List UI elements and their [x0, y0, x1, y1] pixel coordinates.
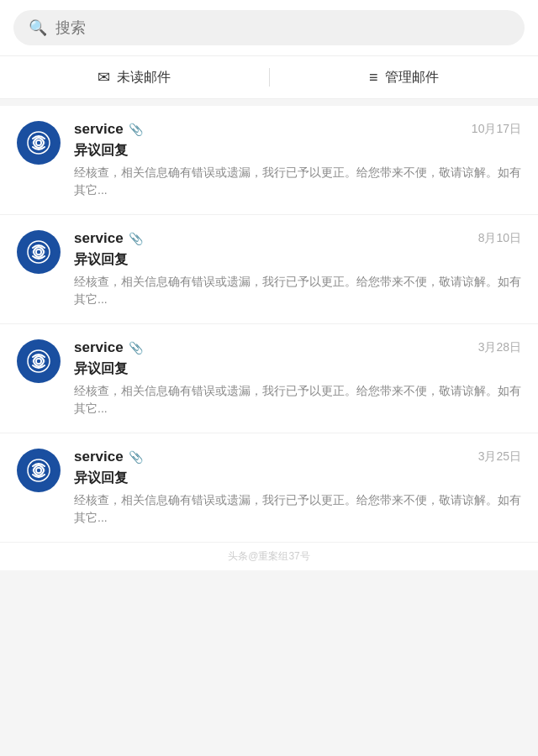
email-content: service 📎 3月25日 异议回复 经核查，相关信息确有错误或遗漏，我行已… [74, 449, 521, 527]
email-subject: 异议回复 [74, 251, 521, 269]
email-header: service 📎 10月17日 [74, 121, 521, 138]
attachment-icon: 📎 [129, 123, 143, 136]
email-list: service 📎 10月17日 异议回复 经核查，相关信息确有错误或遗漏，我行… [0, 106, 538, 543]
search-input[interactable] [55, 19, 509, 37]
search-bar: 🔍 [0, 0, 538, 56]
email-date: 8月10日 [478, 231, 521, 246]
attachment-icon: 📎 [129, 450, 143, 464]
avatar [17, 449, 61, 492]
sender-row: service 📎 [74, 449, 143, 465]
manage-label: 管理邮件 [385, 69, 439, 87]
manage-mail-button[interactable]: ≡ 管理邮件 [270, 69, 539, 87]
avatar [17, 230, 61, 274]
email-header: service 📎 3月28日 [74, 339, 521, 356]
email-content: service 📎 8月10日 异议回复 经核查，相关信息确有错误或遗漏，我行已… [74, 230, 521, 308]
email-item[interactable]: service 📎 10月17日 异议回复 经核查，相关信息确有错误或遗漏，我行… [0, 106, 538, 215]
email-preview: 经核查，相关信息确有错误或遗漏，我行已予以更正。给您带来不便，敬请谅解。如有其它… [74, 273, 521, 308]
toolbar: ✉ 未读邮件 ≡ 管理邮件 [0, 56, 538, 99]
email-sender: service [74, 230, 124, 247]
email-sender: service [74, 121, 124, 138]
sender-row: service 📎 [74, 121, 143, 138]
email-date: 3月28日 [478, 340, 521, 355]
watermark: 头条@重案组37号 [0, 543, 538, 570]
sender-row: service 📎 [74, 230, 143, 247]
search-icon: 🔍 [29, 18, 47, 37]
avatar [17, 339, 61, 383]
unread-mail-button[interactable]: ✉ 未读邮件 [0, 68, 269, 87]
email-item[interactable]: service 📎 3月25日 异议回复 经核查，相关信息确有错误或遗漏，我行已… [0, 433, 538, 543]
email-subject: 异议回复 [74, 142, 521, 160]
email-preview: 经核查，相关信息确有错误或遗漏，我行已予以更正。给您带来不便，敬请谅解。如有其它… [74, 164, 521, 199]
email-subject: 异议回复 [74, 360, 521, 378]
email-date: 3月25日 [478, 449, 521, 465]
manage-icon: ≡ [369, 69, 378, 87]
email-date: 10月17日 [472, 122, 521, 137]
email-item[interactable]: service 📎 8月10日 异议回复 经核查，相关信息确有错误或遗漏，我行已… [0, 215, 538, 324]
avatar [17, 121, 61, 165]
svg-point-11 [37, 469, 40, 472]
email-sender: service [74, 449, 124, 465]
email-preview: 经核查，相关信息确有错误或遗漏，我行已予以更正。给您带来不便，敬请谅解。如有其它… [74, 491, 521, 527]
svg-point-2 [37, 141, 40, 144]
email-content: service 📎 10月17日 异议回复 经核查，相关信息确有错误或遗漏，我行… [74, 121, 521, 199]
attachment-icon: 📎 [129, 232, 143, 245]
sender-row: service 📎 [74, 339, 143, 356]
svg-point-8 [37, 360, 40, 363]
svg-point-5 [37, 250, 40, 254]
unread-label: 未读邮件 [117, 69, 171, 87]
email-content: service 📎 3月28日 异议回复 经核查，相关信息确有错误或遗漏，我行已… [74, 339, 521, 417]
email-preview: 经核查，相关信息确有错误或遗漏，我行已予以更正。给您带来不便，敬请谅解。如有其它… [74, 382, 521, 417]
email-subject: 异议回复 [74, 470, 521, 487]
email-sender: service [74, 339, 124, 356]
email-header: service 📎 3月25日 [74, 449, 521, 465]
email-header: service 📎 8月10日 [74, 230, 521, 247]
search-wrapper: 🔍 [13, 10, 525, 45]
email-item[interactable]: service 📎 3月28日 异议回复 经核查，相关信息确有错误或遗漏，我行已… [0, 324, 538, 433]
attachment-icon: 📎 [129, 341, 143, 354]
mail-icon: ✉ [98, 68, 110, 87]
